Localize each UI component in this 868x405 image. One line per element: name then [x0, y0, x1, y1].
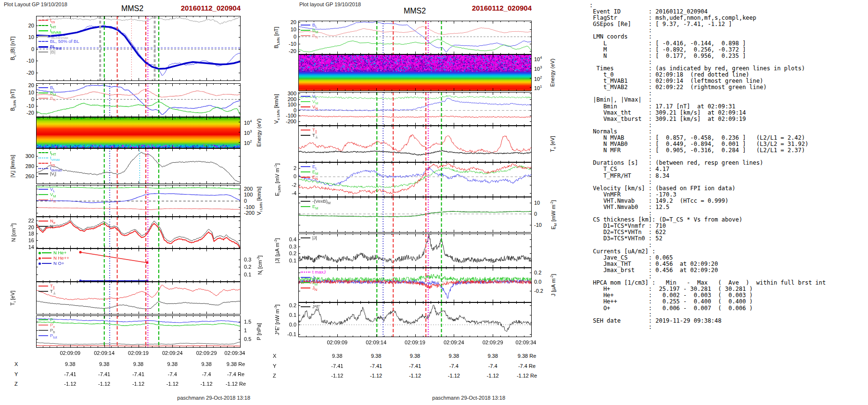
left-y-axis-label: |Vi| [km/s]: [10, 148, 17, 184]
left-ytick-label: 18: [15, 231, 34, 236]
left-legend: PpPePbPtot: [38, 317, 57, 338]
legend-line-sample-icon: [38, 330, 48, 331]
left-y-axis-label: Ti [eV]: [10, 282, 17, 314]
legend-entry-label: Pb: [50, 327, 55, 333]
left-ytick-label: -10: [15, 103, 34, 109]
legend-entry: BL: [301, 22, 319, 27]
legend-entry-label: Pp: [50, 317, 55, 322]
left-ytick-label: 14: [15, 244, 34, 250]
mid-legend: t maxJJLJMJN: [301, 269, 326, 290]
legend-marker-icon: [38, 252, 41, 254]
left-ephemeris-value: 9.38: [99, 361, 109, 367]
legend-entry-label: tdvmax: [50, 166, 62, 171]
left-legend: NeN: [38, 218, 55, 229]
left-legend: T∥T⊥: [38, 283, 56, 294]
legend-entry-label: tBLminmax: [50, 33, 68, 39]
mid-ephemeris-row-label: X: [273, 353, 276, 359]
mid-y-axis-label: BLMN [nT]: [273, 21, 281, 54]
legend-entry: tdvmax: [38, 166, 62, 171]
left-ytick-label: -20: [15, 110, 34, 116]
legend-entry-label: Ne: [50, 218, 55, 223]
legend-line-sample-icon: [38, 226, 48, 227]
mid-legend: BLBMBN: [301, 22, 319, 38]
legend-entry-label: EM: [312, 204, 319, 209]
legend-entry-label: tHT: [50, 150, 56, 155]
left-ytick-label: 0: [15, 46, 34, 52]
legend-line-sample-icon: [301, 206, 310, 207]
legend-entry-label: T⊥: [50, 288, 56, 294]
legend-entry: Ptot: [38, 333, 57, 338]
legend-entry-label: N He++: [53, 255, 69, 261]
legend-entry-label: BM: [312, 27, 319, 33]
legend-line-sample-icon: [38, 194, 48, 195]
legend-entry-label: VM: [312, 99, 319, 104]
legend-entry: JL: [301, 274, 326, 280]
mid-ve-panel: [298, 92, 532, 126]
mid-ephemeris-value: 9.38: [371, 353, 381, 359]
legend-entry-label: BM: [50, 90, 56, 95]
legend-entry-label: VN: [312, 104, 318, 109]
left-vi-panel: [36, 148, 241, 184]
legend-entry-label: EL: [312, 164, 318, 169]
left-legend: BLBMBN: [38, 85, 56, 101]
legend-entry: JM: [301, 280, 326, 285]
mid-y-axis-label: Ve LMN [km/s]: [273, 92, 281, 126]
left-ytick-label: 20: [15, 82, 34, 88]
legend-entry-label: BLbrst: [50, 44, 62, 49]
left-ti-panel: [36, 282, 241, 314]
left-ephemeris-value: -1.12: [132, 381, 144, 387]
left-time-tick-label: 02:09:34: [225, 350, 245, 356]
legend-entry: BLbrst: [38, 44, 79, 49]
legend-line-sample-icon: [38, 25, 48, 26]
left-ephemeris-value: -7.41: [98, 371, 110, 377]
legend-entry-label: VN: [50, 197, 56, 202]
legend-entry-label: tHT: [50, 23, 56, 28]
legend-line-sample-icon: [42, 252, 51, 253]
legend-entry-label: EN: [312, 174, 318, 180]
mid-blmn-panel: [298, 21, 532, 54]
legend-line-sample-icon: [38, 36, 48, 37]
left-ephemeris-value: -1.12 Re: [226, 381, 246, 387]
mid-ytick-label: 0.4: [277, 236, 296, 242]
legend-entry: |J|: [301, 235, 317, 240]
left-ephemeris-value: -7.41: [132, 371, 144, 377]
legend-entry: T∥: [38, 283, 56, 288]
legend-entry: N O+: [38, 261, 69, 266]
legend-line-sample-icon: [38, 41, 48, 42]
legend-line-sample-icon: [301, 166, 310, 167]
left-time-tick-label: 02:09:19: [128, 350, 149, 356]
mid-ephemeris-value: 9.38 Re: [518, 353, 536, 359]
mid-ephemeris-value: -7.41: [409, 363, 421, 369]
mid-ytick-label: -0.1: [277, 331, 296, 337]
left-ephemeris-value: -7.4 Re: [227, 371, 244, 377]
mid-time-tick-label: 02:09:14: [366, 340, 386, 345]
left-time-tick-label: 02:09:14: [94, 350, 115, 356]
legend-entry: tMVAB: [38, 28, 79, 33]
legend-entry: T⊥: [38, 288, 56, 294]
legend-entry: Ne: [38, 218, 55, 223]
legend-entry: JN: [301, 285, 326, 290]
mid-right-axis-label: EM [mW m-2]: [549, 197, 558, 233]
legend-entry: BM: [38, 90, 56, 95]
left-ephemeris-row-label: Z: [14, 381, 18, 387]
left-y-axis-label: BLMN [nT]: [10, 83, 17, 117]
mid-footer-credit: paschmann 29-Oct-2018 13:18: [432, 395, 505, 401]
left-ephemeris-value: 9.38: [167, 361, 178, 367]
legend-entry-label: BN: [50, 95, 56, 101]
left-vlmn-panel: [36, 185, 241, 217]
left-time-tick-label: 02:09:09: [60, 350, 80, 356]
legend-entry-label: T∥: [312, 127, 317, 132]
legend-line-sample-icon: [38, 335, 48, 336]
legend-line-sample-icon: [38, 52, 48, 52]
legend-entry-label: N: [50, 223, 53, 229]
left-ytick-label: 22: [15, 218, 34, 223]
left-event-id: 20160112_020904: [181, 4, 241, 12]
legend-line-sample-icon: [301, 277, 310, 278]
left-ytick-label: 20: [15, 23, 34, 28]
mid-legend: |J|: [301, 235, 317, 240]
legend-entry-label: VM: [50, 192, 56, 197]
mid-time-tick-label: 02:09:19: [405, 340, 425, 345]
legend-line-sample-icon: [38, 291, 48, 292]
mid-ytick-label: 0.0: [277, 322, 296, 327]
left-rtick-label: 103: [244, 129, 265, 136]
